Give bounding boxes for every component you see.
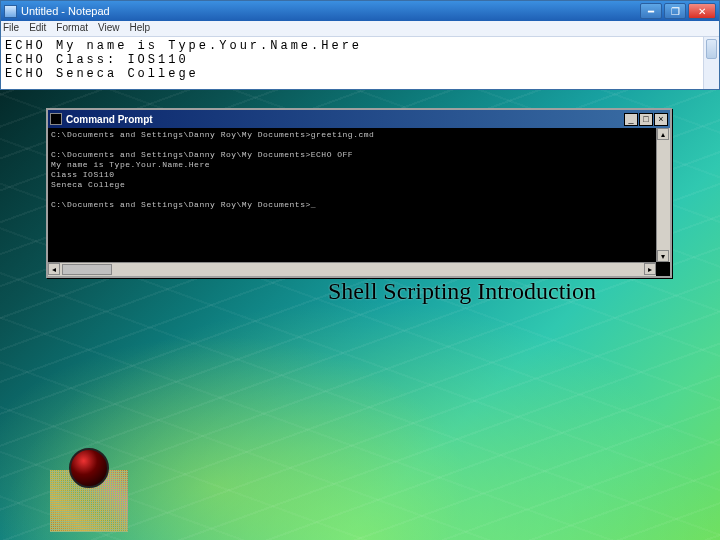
- menu-help[interactable]: Help: [130, 22, 151, 35]
- cmd-output-area[interactable]: C:\Documents and Settings\Danny Roy\My D…: [48, 128, 670, 276]
- scroll-left-icon[interactable]: ◂: [48, 263, 60, 275]
- scroll-up-icon[interactable]: ▴: [657, 128, 669, 140]
- notepad-app-icon: [4, 5, 17, 18]
- cmd-line: C:\Documents and Settings\Danny Roy\My D…: [51, 150, 353, 159]
- menu-edit[interactable]: Edit: [29, 22, 46, 35]
- notepad-line: ECHO Seneca College: [5, 67, 199, 81]
- scroll-right-icon[interactable]: ▸: [644, 263, 656, 275]
- notepad-line: ECHO Class: IOS110: [5, 53, 189, 67]
- cmd-line: C:\Documents and Settings\Danny Roy\My D…: [51, 200, 316, 209]
- menu-format[interactable]: Format: [56, 22, 88, 35]
- cmd-line: C:\Documents and Settings\Danny Roy\My D…: [51, 130, 374, 139]
- menu-view[interactable]: View: [98, 22, 120, 35]
- notepad-title: Untitled - Notepad: [21, 5, 640, 17]
- notepad-line: ECHO My name is Type.Your.Name.Here: [5, 39, 362, 53]
- cmd-title: Command Prompt: [66, 114, 624, 125]
- close-button[interactable]: ×: [654, 113, 668, 126]
- slide-title: Shell Scripting Introduction: [328, 278, 596, 305]
- cmd-line: Seneca College: [51, 180, 125, 189]
- minimize-button[interactable]: ━: [640, 3, 662, 19]
- maximize-button[interactable]: ❐: [664, 3, 686, 19]
- notepad-text-area[interactable]: ECHO My name is Type.Your.Name.Here ECHO…: [1, 37, 719, 89]
- notepad-titlebar[interactable]: Untitled - Notepad ━ ❐ ✕: [1, 1, 719, 21]
- command-prompt-window: Command Prompt _ □ × C:\Documents and Se…: [46, 108, 672, 278]
- cmd-app-icon: [50, 113, 62, 125]
- scrollbar-thumb[interactable]: [62, 264, 112, 275]
- scroll-down-icon[interactable]: ▾: [657, 250, 669, 262]
- notepad-menubar: File Edit Format View Help: [1, 21, 719, 37]
- cmd-line: My name is Type.Your.Name.Here: [51, 160, 210, 169]
- notepad-vertical-scrollbar[interactable]: [703, 37, 719, 89]
- scrollbar-thumb[interactable]: [706, 39, 717, 59]
- cmd-line: Class IOS110: [51, 170, 115, 179]
- decorative-graphic: [50, 448, 128, 532]
- notepad-window: Untitled - Notepad ━ ❐ ✕ File Edit Forma…: [0, 0, 720, 90]
- cmd-titlebar[interactable]: Command Prompt _ □ ×: [48, 110, 670, 128]
- menu-file[interactable]: File: [3, 22, 19, 35]
- cmd-vertical-scrollbar[interactable]: ▴ ▾: [656, 128, 670, 262]
- maximize-button[interactable]: □: [639, 113, 653, 126]
- minimize-button[interactable]: _: [624, 113, 638, 126]
- close-button[interactable]: ✕: [688, 3, 716, 19]
- cmd-horizontal-scrollbar[interactable]: ◂ ▸: [48, 262, 656, 276]
- sphere-icon: [69, 448, 109, 488]
